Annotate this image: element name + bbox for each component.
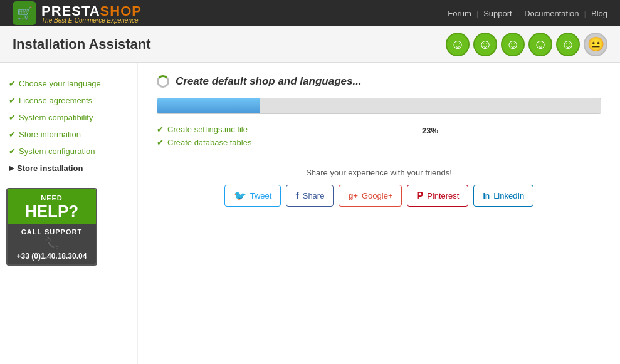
checklist-item-2-text: Create database tables (167, 138, 251, 147)
support-ad: NEED HELP? CALL SUPPORT 📞 +33 (0)1.40.18… (6, 188, 97, 266)
page-title: Installation Assistant (13, 36, 150, 53)
checkmark-icon: ✔ (9, 96, 16, 105)
sidebar-item-license-agreements[interactable]: ✔ License agreements (6, 92, 131, 109)
loading-spinner (157, 75, 169, 88)
smiley-4: ☺ (528, 33, 552, 56)
checkmark-icon: ✔ (9, 79, 16, 88)
google-icon: g+ (348, 191, 358, 200)
social-share-section: Share your experience with your friends!… (157, 168, 601, 207)
checklist-item-1-text: Create settings.inc file (167, 125, 248, 134)
progress-bar-fill (157, 98, 260, 113)
share-google-label: Google+ (362, 191, 393, 200)
smiley-1: ☺ (446, 33, 470, 56)
sidebar-item-store-installation[interactable]: ▶ Store installation (6, 160, 131, 177)
share-title: Share your experience with your friends! (157, 168, 601, 177)
checkmark-icon: ✔ (9, 113, 16, 122)
checkmark-icon: ✔ (157, 138, 164, 147)
sidebar-label-store-installation: Store installation (17, 164, 83, 173)
logo-presta: PRESTA (41, 3, 100, 19)
sidebar-item-choose-language[interactable]: ✔ Choose your language (6, 75, 131, 92)
facebook-icon: f (295, 190, 298, 202)
logo: 🛒 PRESTASHOP The Best E-Commerce Experie… (13, 1, 142, 25)
checkmark-icon: ✔ (157, 125, 164, 134)
twitter-icon: 🐦 (234, 190, 246, 202)
sidebar-item-system-compat[interactable]: ✔ System compatibility (6, 109, 131, 126)
share-google-button[interactable]: g+ Google+ (339, 185, 402, 207)
nav-blog-link[interactable]: Blog (591, 9, 607, 18)
sidebar-label-license-agreements: License agreements (19, 96, 92, 105)
share-buttons-row: 🐦 Tweet f Share g+ Google+ P Pinterest i… (157, 185, 601, 207)
progress-bar-container: 23% (157, 98, 601, 114)
ad-phone-icon: 📞 (14, 237, 90, 251)
sidebar-item-system-config[interactable]: ✔ System configuration (6, 143, 131, 160)
checkmark-icon: ✔ (9, 130, 16, 139)
share-linkedin-label: LinkedIn (493, 191, 524, 200)
pinterest-icon: P (416, 190, 423, 202)
main-area: ✔ Choose your language ✔ License agreeme… (0, 63, 620, 364)
smiley-2: ☺ (473, 33, 497, 56)
nav-forum-link[interactable]: Forum (448, 9, 471, 18)
progress-bar-track (157, 98, 601, 114)
sidebar-label-system-compat: System compatibility (19, 113, 93, 122)
nav-docs-link[interactable]: Documentation (524, 9, 579, 18)
ad-gray-area: CALL SUPPORT 📞 +33 (0)1.40.18.30.04 (8, 224, 96, 264)
share-pinterest-button[interactable]: P Pinterest (407, 185, 468, 207)
logo-icon: 🛒 (13, 1, 36, 25)
logo-shop: SHOP (100, 3, 142, 19)
arrow-icon: ▶ (9, 164, 14, 172)
content-area: Create default shop and languages... 23%… (138, 63, 620, 364)
nav-support-link[interactable]: Support (483, 9, 512, 18)
smiley-6: 😐 (584, 33, 607, 56)
svg-text:🛒: 🛒 (17, 6, 33, 21)
share-pinterest-label: Pinterest (427, 191, 459, 200)
sidebar-label-choose-language: Choose your language (19, 79, 101, 88)
share-linkedin-button[interactable]: in LinkedIn (473, 185, 533, 207)
ad-help-text: HELP? (14, 202, 90, 221)
step-title-text: Create default shop and languages... (176, 75, 362, 88)
smiley-5: ☺ (556, 33, 580, 56)
sidebar-label-store-information: Store information (19, 130, 81, 139)
checkmark-icon: ✔ (9, 147, 16, 156)
smiley-3: ☺ (501, 33, 525, 56)
page-header: Installation Assistant ☺ ☺ ☺ ☺ ☺ 😐 (0, 26, 620, 63)
share-twitter-button[interactable]: 🐦 Tweet (224, 185, 281, 207)
share-twitter-label: Tweet (250, 191, 272, 200)
sidebar-item-store-information[interactable]: ✔ Store information (6, 126, 131, 143)
share-facebook-label: Share (303, 191, 325, 200)
sidebar-label-system-config: System configuration (19, 147, 95, 156)
sidebar: ✔ Choose your language ✔ License agreeme… (0, 63, 138, 364)
ad-phone-number: +33 (0)1.40.18.30.04 (14, 252, 90, 261)
step-title: Create default shop and languages... (157, 75, 601, 88)
top-navigation: 🛒 PRESTASHOP The Best E-Commerce Experie… (0, 0, 620, 26)
progress-label: 23% (259, 123, 601, 139)
progress-smileys: ☺ ☺ ☺ ☺ ☺ 😐 (446, 33, 607, 56)
logo-subtitle: The Best E-Commerce Experience (41, 17, 142, 24)
share-facebook-button[interactable]: f Share (286, 185, 334, 207)
ad-green-area: NEED HELP? (8, 189, 96, 224)
linkedin-icon: in (483, 192, 490, 200)
ad-call-text: CALL SUPPORT (14, 228, 90, 236)
